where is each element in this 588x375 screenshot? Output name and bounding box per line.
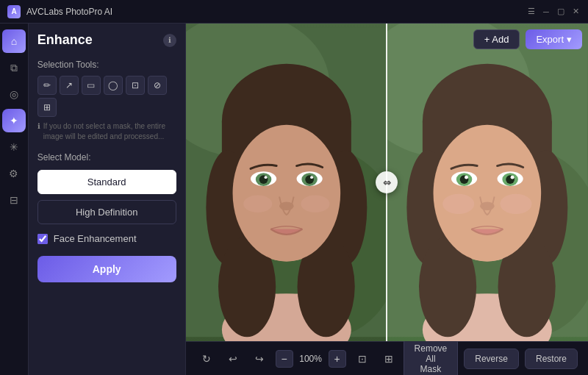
- maximize-icon[interactable]: ▢: [556, 7, 566, 17]
- nav-effects[interactable]: ✳: [2, 135, 26, 159]
- model-hd-button[interactable]: High Definition: [37, 200, 176, 224]
- refresh-icon[interactable]: ↻: [196, 349, 217, 369]
- title-bar-controls: ☰ ─ ▢ ✕: [526, 7, 581, 17]
- svg-point-12: [232, 125, 340, 262]
- tool-grid[interactable]: ⊞: [37, 98, 57, 117]
- svg-point-20: [310, 176, 313, 179]
- remove-all-mask-button[interactable]: Remove All Mask: [404, 338, 459, 376]
- svg-point-47: [501, 194, 532, 214]
- menu-icon[interactable]: ☰: [526, 7, 537, 17]
- undo-icon[interactable]: ↩: [223, 349, 243, 369]
- select-model-label: Select Model:: [37, 152, 176, 162]
- compare-icon[interactable]: ⊞: [379, 349, 399, 369]
- face-enhancement-label: Face Enhancement: [54, 233, 137, 244]
- app-icon: A: [7, 5, 21, 18]
- selection-tools-label: Selection Tools:: [37, 60, 176, 70]
- app-title: AVCLabs PhotoPro AI: [26, 7, 112, 17]
- restore-button[interactable]: Restore: [525, 349, 578, 369]
- tool-circle[interactable]: ◯: [104, 76, 123, 95]
- svg-point-36: [434, 125, 542, 262]
- handle-arrows-icon: ⇔: [383, 177, 391, 188]
- left-nav: ⌂ ⧉ ◎ ✦ ✳ ⚙ ⊟: [0, 24, 29, 375]
- redo-icon[interactable]: ↪: [249, 349, 270, 369]
- bottom-toolbar-left: ↻ ↩ ↪ − 100% + ⊡ ⊞: [196, 349, 399, 369]
- tool-image-rect[interactable]: ⊡: [126, 76, 145, 95]
- portrait-right: [387, 24, 588, 341]
- tool-pen[interactable]: ✏: [37, 76, 57, 95]
- bottom-toolbar: ↻ ↩ ↪ − 100% + ⊡ ⊞ Remove All Mask Rever…: [186, 341, 588, 375]
- zoom-controls: − 100% +: [276, 350, 346, 368]
- svg-point-23: [301, 196, 329, 213]
- reverse-button[interactable]: Reverse: [464, 349, 519, 369]
- nav-enhance[interactable]: ✦: [2, 109, 26, 132]
- sidebar-header: Enhance ℹ: [37, 32, 176, 48]
- nav-sliders[interactable]: ⊟: [2, 188, 26, 212]
- tool-slash-rect[interactable]: ⊘: [148, 76, 167, 95]
- apply-button[interactable]: Apply: [37, 256, 176, 282]
- svg-point-19: [264, 176, 267, 179]
- minimize-icon[interactable]: ─: [541, 7, 551, 17]
- info-text-content: If you do not select a mask, the entire …: [43, 121, 176, 142]
- info-small-icon: ℹ: [37, 121, 40, 142]
- zoom-in-button[interactable]: +: [329, 350, 346, 368]
- nav-layers[interactable]: ⧉: [2, 56, 26, 79]
- tools-row: ✏ ↗ ▭ ◯ ⊡ ⊘ ⊞: [37, 76, 176, 117]
- crop-icon[interactable]: ⊡: [352, 349, 373, 369]
- canvas-wrapper[interactable]: ⇔: [186, 24, 588, 341]
- face-svg-left: [186, 24, 387, 341]
- close-icon[interactable]: ✕: [570, 7, 581, 17]
- portrait-image: ⇔: [186, 24, 588, 341]
- info-icon[interactable]: ℹ: [163, 34, 176, 47]
- nav-home[interactable]: ⌂: [2, 29, 26, 53]
- model-standard-button[interactable]: Standard: [37, 170, 176, 194]
- svg-point-44: [511, 176, 514, 179]
- title-bar: A AVCLabs PhotoPro AI ☰ ─ ▢ ✕: [0, 0, 588, 24]
- canvas-area: ⇔ ↻ ↩ ↪ − 100% + ⊡ ⊞ Remove All Mask Rev…: [186, 24, 588, 375]
- main-layout: ⌂ ⧉ ◎ ✦ ✳ ⚙ ⊟ Enhance ℹ + Add Export ▾ S…: [0, 24, 588, 375]
- sidebar: Enhance ℹ + Add Export ▾ Selection Tools…: [29, 24, 186, 375]
- bottom-toolbar-right: Remove All Mask Reverse Restore: [404, 338, 578, 376]
- face-enhancement-checkbox[interactable]: [37, 234, 48, 244]
- sidebar-title: Enhance: [37, 32, 93, 48]
- title-bar-left: A AVCLabs PhotoPro AI: [7, 5, 112, 18]
- tool-arrow[interactable]: ↗: [60, 76, 79, 95]
- nav-settings[interactable]: ⚙: [2, 162, 26, 185]
- face-enhancement-row: Face Enhancement: [37, 233, 176, 244]
- tool-rect[interactable]: ▭: [82, 76, 101, 95]
- portrait-left: [186, 24, 387, 341]
- svg-point-46: [443, 194, 475, 214]
- nav-portrait[interactable]: ◎: [2, 82, 26, 106]
- face-svg-right: [387, 24, 588, 341]
- comparison-handle[interactable]: ⇔: [376, 171, 398, 193]
- svg-point-43: [465, 176, 468, 179]
- svg-point-22: [243, 196, 272, 213]
- zoom-out-button[interactable]: −: [276, 350, 293, 368]
- zoom-percent: 100%: [296, 354, 326, 364]
- info-text-row: ℹ If you do not select a mask, the entir…: [37, 121, 176, 142]
